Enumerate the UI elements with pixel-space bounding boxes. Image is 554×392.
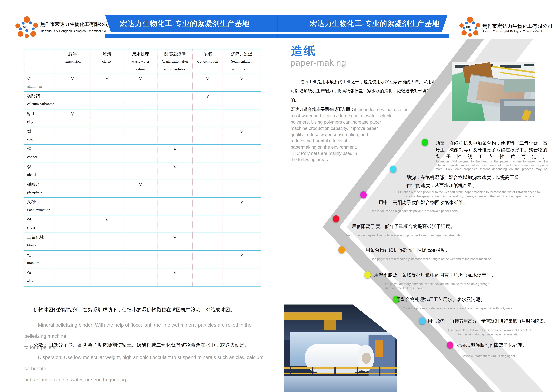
bullet-cn-line: 用混凝剂，再接着用高分子量絮凝剂进行废纸再生时的脱墨。 (428, 318, 548, 324)
check-cell: V (158, 145, 193, 162)
logo-atom (22, 22, 25, 25)
check-cell (90, 145, 124, 162)
bullet-text-en: Treat the process water, wastewater and … (403, 307, 513, 310)
check-cell: V (193, 74, 223, 91)
column-header-cn: 沉降、过滤 (223, 51, 261, 57)
check-cell (55, 215, 90, 232)
check-cell (193, 268, 223, 286)
row-label-cell: 煤coal (24, 127, 55, 144)
check-cell (158, 92, 193, 109)
bullet-en-line: more. Poly ionic properties thereof depe… (436, 167, 548, 171)
bullet-dot-icon (338, 246, 345, 253)
check-mark: V (90, 217, 124, 223)
bullet-en-line: for deinking during waste paper regenera… (430, 332, 549, 336)
row-label-cn: 铜 (27, 146, 55, 152)
check-cell (124, 215, 158, 232)
logo-atom (476, 23, 480, 27)
check-cell (223, 92, 261, 109)
company-name-cn: 焦作市宏达力生物化工有限公司 (482, 23, 553, 29)
check-cell: V (55, 74, 90, 91)
intro-en-line: quality, reduce water consumption, and (291, 131, 425, 138)
row-label-en: clay (27, 119, 55, 124)
column-header-cell: 悬浮suspension (55, 49, 90, 74)
check-cell (223, 268, 261, 286)
check-cell (193, 215, 223, 232)
row-label-cell: 采砂Sand extraction (24, 198, 55, 215)
check-mark: V (193, 76, 222, 81)
bullet-text-cn: 用聚季胺盐、聚胺等处理纸中的阴离子垃圾（如木沥青）。 (374, 272, 496, 278)
row-label-en: zinc (27, 279, 55, 283)
logo-atom (461, 30, 467, 35)
check-cell (90, 92, 124, 109)
check-mark: V (223, 129, 261, 134)
row-label-cell: 银silver (24, 215, 55, 232)
bullet-en-line: Use low cation degree, low molecular wei… (345, 234, 461, 237)
bullet-text-en: Retention: Add polymer to the head of th… (436, 160, 548, 171)
bullet-text-en: Filtration aid: Add polymer to the wet p… (390, 190, 548, 198)
check-cell (55, 251, 90, 268)
paper-machine-photo (452, 62, 535, 121)
table-row: 铜copperV (24, 145, 261, 162)
logo-text: Bio (23, 26, 28, 29)
check-cell (158, 127, 193, 144)
row-label-cell: 铀uranium (24, 251, 55, 268)
check-cell (193, 145, 223, 162)
table-row: 碳酸钙calcium carbonateV (24, 92, 261, 109)
check-cell: V (158, 233, 193, 250)
bullet-en-line: Use polyquaternary ammonium salt, polyam… (384, 282, 489, 286)
logo-atom (467, 17, 473, 23)
row-label-en: calcium carbonate (27, 102, 55, 106)
check-cell (55, 233, 90, 250)
row-label-cell: 二氧化钛titania (24, 233, 55, 250)
column-header-cn: 浓缩 (193, 51, 222, 57)
row-label-en: Sand extraction (27, 208, 55, 212)
check-cell: V (90, 215, 124, 232)
column-header-en: acid dissolution (158, 65, 193, 73)
row-label-cn: 二氧化钛 (27, 235, 55, 240)
row-label-en: titania (27, 243, 55, 247)
row-label-cn: 镍 (27, 164, 55, 170)
row-label-cell: 磷酸盐phosphate (24, 180, 55, 197)
logo-atom (469, 29, 471, 31)
check-cell: V (158, 268, 193, 286)
table-row: 铀uraniumV (24, 251, 261, 268)
check-cell (124, 109, 158, 127)
check-cell (55, 145, 90, 162)
intro-en-line: polymers. Using polymers can increase pa… (291, 119, 425, 125)
check-cell (158, 109, 193, 127)
bullet-dot-icon (419, 317, 425, 324)
row-label-cell: 铝aluminum (24, 74, 55, 91)
intro-en-line: machine production capacity, improve pap… (291, 125, 425, 131)
check-cell (124, 233, 158, 250)
logo-atom (18, 31, 23, 37)
photo-roll-core (362, 353, 371, 364)
row-label-en: uranium (27, 261, 55, 265)
bullet-dot-icon (364, 271, 371, 279)
company-name-en: Jiaozuo City Hongdali Biological Chemica… (41, 29, 114, 33)
bullet-dot-icon (333, 215, 339, 222)
row-label-cell: 镍nickel (24, 162, 55, 180)
check-cell (90, 109, 124, 127)
bullet-en-line: Use coagulant, followed by high-molecula… (430, 328, 549, 332)
row-label-en: silver (27, 225, 55, 230)
column-header-en: Sedimentation (223, 57, 261, 65)
check-cell (223, 215, 261, 232)
bullet-text-cn: 用低阳离子度、低分子量聚合物提高纸张干强度。 (352, 223, 455, 230)
page-title-cn: 造纸 (291, 43, 316, 59)
check-cell (124, 145, 158, 162)
check-mark: V (158, 164, 193, 169)
check-cell (158, 74, 193, 91)
banner-right: 宏达力生物化工-专业的絮凝剂生产基地 (277, 15, 448, 32)
photo-orange-panel (375, 340, 383, 357)
check-mark: V (158, 235, 193, 240)
check-cell (55, 198, 90, 215)
check-mark: V (193, 93, 222, 99)
bullet-text-en: Use polymers to temporarily increase wet… (371, 257, 492, 261)
logo-atom (25, 34, 29, 38)
check-cell (223, 180, 261, 197)
row-label-cn: 磷酸盐 (27, 182, 55, 187)
bullet-text-cn: 用聚合物在纸机湿部临时性提高湿强度。 (365, 247, 450, 253)
check-cell (55, 268, 90, 286)
check-mark: V (158, 270, 193, 275)
banner-stripe-left (105, 34, 277, 38)
